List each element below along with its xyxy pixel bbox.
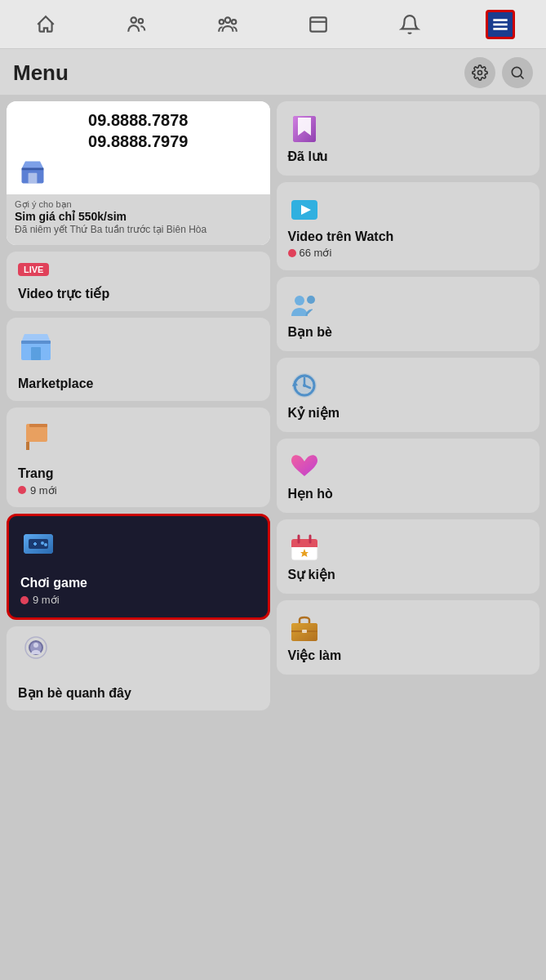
search-button[interactable] [502, 57, 533, 88]
pages-card[interactable]: Trang 9 mới [7, 408, 270, 508]
pages-badge: 9 mới [18, 484, 57, 497]
pages-count: 9 mới [30, 484, 57, 497]
svg-point-27 [41, 541, 44, 545]
jobs-icon [288, 612, 321, 644]
saved-icon [288, 113, 321, 145]
nav-icon-list [0, 10, 546, 39]
menu-title: Menu [13, 60, 69, 86]
watch-icon [288, 194, 321, 226]
left-column: 09.8888.7878 09.8888.7979 Gợi ý cho bạn … [7, 101, 270, 710]
svg-rect-17 [31, 347, 41, 360]
saved-title: Đã lưu [288, 149, 328, 164]
ad-suggest-label: Gợi ý cho bạn [15, 199, 262, 210]
friends-icon [288, 288, 321, 321]
watch-count: 66 mới [300, 247, 332, 259]
dating-card[interactable]: Hẹn hò [277, 439, 540, 513]
dating-title: Hẹn hò [288, 486, 333, 501]
ad-title: Sim giá chỉ 550k/sim [15, 210, 262, 223]
svg-rect-21 [29, 424, 47, 427]
gaming-title: Chơi game [20, 575, 256, 590]
pages-title: Trang [18, 466, 259, 481]
svg-point-28 [44, 543, 47, 546]
live-video-title: Video trực tiếp [18, 286, 259, 301]
ad-info: Gợi ý cho bạn Sim giá chỉ 550k/sim Đã ni… [7, 194, 270, 245]
events-card[interactable]: Sự kiện [277, 519, 540, 594]
gaming-dot [20, 596, 29, 604]
svg-point-4 [232, 20, 236, 24]
jobs-card[interactable]: Việc làm [277, 600, 540, 675]
nav-friends-icon[interactable] [122, 10, 151, 39]
nav-groups-icon[interactable] [213, 10, 242, 39]
right-column: Đã lưu Video trên Watch 66 mới Bạn bè [277, 101, 540, 710]
nearby-icon [18, 636, 54, 672]
memories-title: Kỷ niệm [288, 405, 340, 421]
live-badge: LIVE [18, 263, 49, 276]
svg-point-44 [303, 384, 306, 387]
watch-title: Video trên Watch [288, 229, 394, 244]
ad-card[interactable]: 09.8888.7878 09.8888.7979 Gợi ý cho bạn … [7, 101, 270, 245]
svg-point-3 [219, 20, 223, 24]
svg-point-2 [225, 17, 231, 22]
svg-rect-48 [291, 545, 317, 547]
top-navigation [0, 0, 546, 49]
svg-point-31 [33, 643, 38, 648]
marketplace-title: Marketplace [18, 376, 259, 391]
friends-card[interactable]: Bạn bè [277, 277, 540, 351]
watch-badge: 66 mới [288, 247, 332, 259]
svg-rect-20 [26, 442, 29, 450]
live-video-card[interactable]: LIVE Video trực tiếp [7, 252, 270, 311]
nearby-friends-card[interactable]: Bạn bè quanh đây [7, 626, 270, 710]
main-content: 09.8888.7878 09.8888.7979 Gợi ý cho bạn … [0, 95, 546, 717]
svg-rect-18 [21, 341, 51, 344]
jobs-title: Việc làm [288, 648, 342, 663]
watch-card[interactable]: Video trên Watch 66 mới [277, 182, 540, 270]
svg-point-11 [512, 67, 522, 77]
gaming-card[interactable]: Chơi game 9 mới [7, 514, 270, 620]
svg-rect-5 [311, 17, 327, 31]
watch-dot [288, 249, 296, 257]
nav-gaming-icon[interactable] [304, 10, 333, 39]
ad-image: 09.8888.7878 09.8888.7979 [7, 101, 270, 194]
shop-icon [18, 157, 47, 186]
memories-icon [288, 369, 321, 402]
menu-header: Menu [0, 49, 546, 95]
svg-point-10 [478, 71, 482, 75]
gaming-badge: 9 mới [20, 594, 60, 606]
marketplace-card[interactable]: Marketplace [7, 318, 270, 401]
gaming-icon [20, 526, 56, 562]
nav-notifications-icon[interactable] [395, 10, 424, 39]
nav-home-icon[interactable] [31, 10, 60, 39]
svg-rect-14 [29, 173, 38, 184]
friends-title: Bạn bè [288, 324, 332, 340]
settings-button[interactable] [464, 57, 495, 88]
menu-header-actions [464, 57, 533, 88]
svg-point-39 [307, 296, 315, 304]
svg-point-1 [139, 18, 143, 22]
ad-phone2: 09.8888.7979 [15, 131, 262, 152]
marketplace-icon [18, 327, 54, 363]
svg-rect-55 [302, 630, 307, 633]
dating-icon [288, 450, 321, 483]
saved-card[interactable]: Đã lưu [277, 101, 540, 176]
ad-phone1: 09.8888.7878 [15, 109, 262, 131]
svg-rect-15 [22, 168, 44, 171]
nav-menu-icon[interactable] [486, 10, 515, 39]
svg-point-38 [295, 296, 304, 305]
pages-icon [18, 417, 54, 453]
nearby-title: Bạn bè quanh đây [18, 685, 259, 701]
ad-subtitle: Đã niêm yết Thứ Ba tuần trước tại Biên H… [15, 223, 262, 237]
memories-card[interactable]: Kỷ niệm [277, 358, 540, 432]
events-icon [288, 531, 321, 564]
svg-line-12 [521, 76, 524, 79]
pages-dot [18, 486, 26, 494]
gaming-count: 9 mới [33, 594, 60, 606]
svg-point-0 [131, 17, 137, 22]
events-title: Sự kiện [288, 567, 335, 582]
